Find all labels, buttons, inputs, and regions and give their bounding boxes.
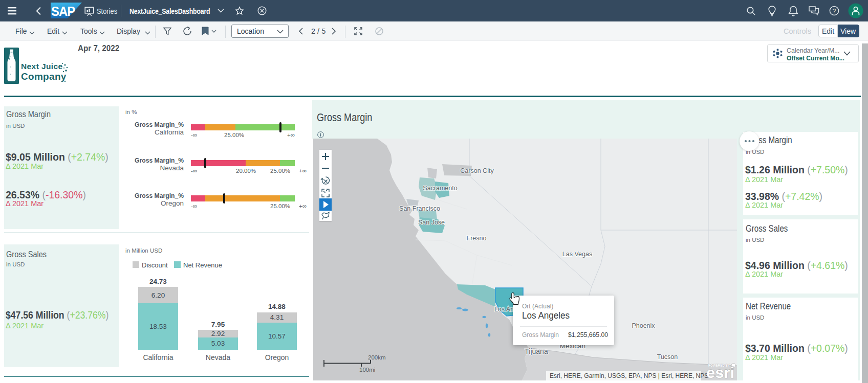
svg-text:San Francisco: San Francisco [399,205,440,212]
svg-text:Tijuana: Tijuana [525,347,548,355]
svg-text:Sacramento: Sacramento [423,185,457,192]
svg-text:San Jose: San Jose [418,219,445,226]
svg-text:Tucson: Tucson [657,353,678,361]
svg-text:?: ? [833,8,836,15]
svg-text:Esri, HERE, Garmin, USGS, EPA,: Esri, HERE, Garmin, USGS, EPA, NPS | Esr… [550,372,708,379]
svg-text:SAP: SAP [51,4,75,18]
svg-text:Las Vegas: Las Vegas [562,251,592,258]
svg-text:esri: esri [706,364,734,380]
svg-text:Phoenix: Phoenix [632,322,655,329]
svg-text:100mi: 100mi [359,367,375,373]
svg-text:Fresno: Fresno [467,235,487,242]
svg-text:200km: 200km [368,354,386,361]
svg-text:Los An: Los An [494,306,514,313]
svg-text:Carson City: Carson City [460,167,494,174]
